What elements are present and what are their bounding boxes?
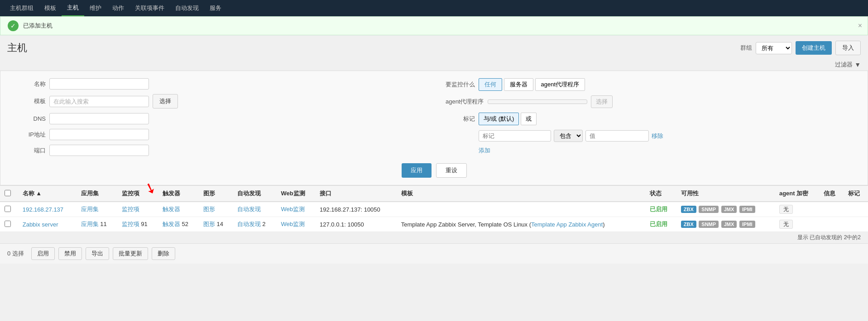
filter-right: 要监控什么 任何 服务器 agent代理程序 agent代理程序 选择 标记 与… xyxy=(439,78,859,155)
success-banner: ✓ 已添加主机 × xyxy=(0,16,868,35)
row1-status-badge[interactable]: 已启用 xyxy=(650,206,667,212)
agent-proxy-label: agent代理程序 xyxy=(439,98,484,106)
tag-add-button[interactable]: 添加 xyxy=(479,146,490,155)
filter-bar: 过滤器 ▼ xyxy=(0,59,868,71)
tag-logic-or-button[interactable]: 或 xyxy=(521,113,537,125)
row1-webmon: Web监测 xyxy=(277,202,316,217)
port-field: 端口 xyxy=(10,145,430,156)
row1-checkbox[interactable] xyxy=(5,206,11,212)
row1-status: 已启用 xyxy=(645,202,676,217)
col-triggers: 触发器 xyxy=(158,186,199,202)
row1-discovery-link[interactable]: 自动发现 xyxy=(237,206,261,212)
import-button[interactable]: 导入 xyxy=(835,41,861,55)
select-all-checkbox[interactable] xyxy=(5,190,11,196)
row2-template-close: ) xyxy=(603,221,604,228)
row1-app-link[interactable]: 应用集 xyxy=(81,206,99,212)
dns-input[interactable] xyxy=(49,113,149,124)
row2-checkbox[interactable] xyxy=(5,221,11,227)
row1-graphs-link[interactable]: 图形 xyxy=(203,206,215,212)
create-host-button[interactable]: 创建主机 xyxy=(796,41,832,55)
nav-item-maintenance[interactable]: 维护 xyxy=(84,0,107,16)
tag-logic-label: 标记 xyxy=(439,115,475,123)
port-input[interactable] xyxy=(49,145,149,156)
row2-tags xyxy=(844,217,868,232)
row2-name-link[interactable]: Zabbix server xyxy=(23,221,58,228)
tag-logic-and-or-button[interactable]: 与/或 (默认) xyxy=(479,113,519,125)
pagination-info: 显示 已自动发现的 2中的2 xyxy=(0,232,868,243)
row2-discovery-link[interactable]: 自动发现 xyxy=(237,221,261,227)
col-discovery: 自动发现 xyxy=(233,186,277,202)
row1-items: 监控项 ➘ xyxy=(117,202,158,217)
row2-discovery: 自动发现 2 xyxy=(233,217,277,232)
row2-triggers: 触发器 52 xyxy=(158,217,199,232)
monitor-server-button[interactable]: 服务器 xyxy=(504,78,533,91)
apply-button[interactable]: 应用 xyxy=(402,163,432,178)
export-button[interactable]: 导出 xyxy=(86,247,109,260)
nav-item-host-group[interactable]: 主机群组 xyxy=(5,0,39,16)
col-name[interactable]: 名称 ▲ xyxy=(18,186,77,202)
tag-value-input[interactable] xyxy=(585,130,649,142)
monitor-any-button[interactable]: 任何 xyxy=(479,78,502,91)
group-select[interactable]: 所有 xyxy=(756,42,792,54)
disable-button[interactable]: 禁用 xyxy=(58,247,82,260)
enable-button[interactable]: 启用 xyxy=(31,247,55,260)
row2-template-agent-link[interactable]: Template App Zabbix Agent xyxy=(531,221,603,228)
row1-interface: 192.168.27.137: 10050 xyxy=(315,202,397,217)
reset-button[interactable]: 重设 xyxy=(436,163,467,178)
batch-update-button[interactable]: 批量更新 xyxy=(113,247,148,260)
nav-item-services[interactable]: 服务 xyxy=(204,0,227,16)
row2-triggers-link[interactable]: 触发器 xyxy=(163,221,180,227)
row2-graphs-link[interactable]: 图形 xyxy=(203,221,215,227)
col-graphs: 图形 xyxy=(199,186,233,202)
nav-item-actions[interactable]: 动作 xyxy=(107,0,129,16)
monitor-agent-button[interactable]: agent代理程序 xyxy=(535,78,585,91)
col-app: 应用集 xyxy=(77,186,117,202)
row2-items-link[interactable]: 监控项 xyxy=(122,221,139,227)
row1-avail: ZBX SNMP JMX IPMI xyxy=(676,202,775,217)
row2-status: 已启用 xyxy=(645,217,676,232)
row1-ipmi-badge: IPMI xyxy=(739,206,755,213)
row1-name-link[interactable]: 192.168.27.137 xyxy=(23,206,63,213)
row2-snmp-badge: SNMP xyxy=(699,221,719,228)
row1-items-link[interactable]: 监控项 xyxy=(122,206,139,212)
row2-app-link[interactable]: 应用集 xyxy=(81,221,99,227)
name-input[interactable] xyxy=(49,78,149,90)
template-input[interactable] xyxy=(49,96,149,107)
delete-button[interactable]: 删除 xyxy=(152,247,175,260)
ip-input[interactable] xyxy=(49,129,149,140)
nav-item-templates[interactable]: 模板 xyxy=(39,0,62,16)
hosts-table: 名称 ▲ 应用集 监控项 触发器 图形 自动发现 Web监测 接口 模板 状态 … xyxy=(0,186,868,232)
tag-logic-group: 与/或 (默认) 或 xyxy=(479,113,537,125)
page-header: 主机 群组 所有 创建主机 导入 xyxy=(0,35,868,59)
row1-discovery: 自动发现 xyxy=(233,202,277,217)
row2-name: Zabbix server xyxy=(18,217,77,232)
table-header-row: 名称 ▲ 应用集 监控项 触发器 图形 自动发现 Web监测 接口 模板 状态 … xyxy=(0,186,868,202)
nav-item-correlations[interactable]: 关联项事件 xyxy=(129,0,170,16)
close-banner-button[interactable]: × xyxy=(858,22,862,30)
col-webmon: Web监测 xyxy=(277,186,316,202)
nav-item-discovery[interactable]: 自动发现 xyxy=(170,0,204,16)
row1-webmon-link[interactable]: Web监测 xyxy=(281,206,305,212)
tag-remove-button[interactable]: 移除 xyxy=(652,132,663,140)
row1-triggers-link[interactable]: 触发器 xyxy=(163,206,180,212)
template-select-button[interactable]: 选择 xyxy=(153,94,178,109)
row2-jmx-badge: JMX xyxy=(721,221,737,228)
tag-condition-select[interactable]: 包含 等于 xyxy=(554,130,583,142)
tag-name-input[interactable] xyxy=(479,130,551,142)
row2-graphs: 图形 14 xyxy=(199,217,233,232)
row1-agent-encrypt-value: 无 xyxy=(779,205,793,214)
row2-status-badge[interactable]: 已启用 xyxy=(650,221,667,227)
name-label: 名称 xyxy=(10,80,46,88)
table-section: 名称 ▲ 应用集 监控项 触发器 图形 自动发现 Web监测 接口 模板 状态 … xyxy=(0,186,868,232)
filter-toggle[interactable]: 过滤器 ▼ xyxy=(835,61,861,69)
row1-jmx-badge: JMX xyxy=(721,206,737,213)
nav-item-hosts[interactable]: 主机 xyxy=(62,0,84,16)
col-tags: 标记 xyxy=(844,186,868,202)
row2-agent-encrypt: 无 xyxy=(775,217,819,232)
row2-webmon-link[interactable]: Web监测 xyxy=(281,221,305,227)
row2-agent-encrypt-value: 无 xyxy=(779,220,793,229)
select-count-label: 0 选择 xyxy=(7,250,24,258)
filter-left: 名称 模板 选择 DNS IP地址 端口 xyxy=(10,78,430,156)
row1-triggers: 触发器 xyxy=(158,202,199,217)
agent-proxy-field: agent代理程序 选择 xyxy=(439,95,859,108)
